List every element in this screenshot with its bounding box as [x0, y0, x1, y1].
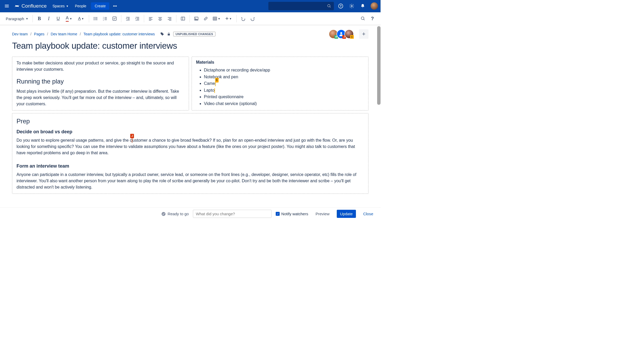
materials-list[interactable]: Dictaphone or recording device/app Noteb… — [196, 67, 364, 107]
collaborator-avatar[interactable]: C — [344, 29, 354, 39]
breadcrumb-sep: / — [47, 32, 48, 36]
ready-label: Ready to go — [167, 212, 189, 216]
paragraph-style-select[interactable]: Paragraph ▼ — [4, 15, 30, 22]
text-color-button[interactable]: A▼ — [63, 14, 75, 23]
list-item[interactable]: Dictaphone or recording device/app — [204, 67, 364, 74]
link-icon — [203, 16, 208, 21]
link-button[interactable] — [201, 14, 210, 23]
separator — [236, 15, 237, 22]
intro-text[interactable]: To make better decisions about your prod… — [17, 60, 185, 73]
list-item[interactable]: Video chat service (optional) — [204, 100, 364, 107]
more-menu-button[interactable]: ••• — [110, 2, 120, 10]
align-left-button[interactable] — [146, 14, 155, 23]
find-button[interactable] — [359, 14, 367, 23]
running-text[interactable]: Most plays involve little (if any) prepa… — [17, 88, 185, 107]
chevron-down-icon: ▼ — [82, 17, 84, 20]
editor-help-button[interactable]: ? — [368, 14, 377, 23]
preview-button[interactable]: Preview — [312, 210, 333, 218]
collab-cursor-tail — [214, 88, 215, 93]
confluence-logo[interactable]: Confluence — [12, 3, 49, 9]
svg-point-13 — [195, 18, 196, 19]
lock-icon — [167, 32, 171, 36]
breadcrumb-link[interactable]: Dev team — [12, 32, 28, 36]
list-item-text: Came — [204, 81, 215, 86]
breadcrumb-link[interactable]: Dev team Home — [51, 32, 77, 36]
underline-icon: U — [57, 16, 60, 21]
more-formatting-button[interactable]: A͎▼ — [75, 14, 87, 23]
create-button[interactable]: Create — [91, 2, 109, 10]
collab-cursor-j: J — [132, 138, 132, 143]
settings-button[interactable] — [348, 2, 356, 10]
separator — [144, 15, 144, 22]
materials-heading[interactable]: Materials — [196, 60, 364, 65]
app-switcher-button[interactable] — [3, 2, 11, 10]
notifications-button[interactable] — [359, 2, 367, 10]
layout-cell-left[interactable]: To make better decisions about your prod… — [12, 57, 189, 111]
update-button[interactable]: Update — [337, 210, 356, 218]
number-list-button[interactable]: 123 — [101, 14, 110, 23]
breadcrumb-current[interactable]: Team playbook update: customer interview… — [83, 32, 155, 36]
svg-rect-14 — [213, 17, 217, 20]
svg-point-5 — [94, 18, 94, 19]
indent-button[interactable] — [133, 14, 142, 23]
labels-button[interactable] — [160, 32, 164, 36]
breadcrumb-link[interactable]: Pages — [34, 32, 45, 36]
editor-content[interactable]: To make better decisions about your prod… — [0, 52, 381, 205]
bullet-list-icon — [93, 16, 98, 21]
nav-people[interactable]: People — [72, 2, 89, 10]
text-color-icon: A — [66, 15, 69, 22]
nav-people-label: People — [75, 4, 86, 8]
table-button[interactable]: ▼ — [211, 14, 222, 23]
profile-avatar[interactable] — [371, 2, 378, 10]
indent-icon — [135, 16, 140, 21]
align-right-icon — [167, 16, 172, 21]
add-collaborator-button[interactable]: + — [359, 29, 368, 39]
notify-label: Notify watchers — [281, 212, 308, 216]
global-search[interactable] — [268, 2, 334, 10]
help-button[interactable]: ? — [337, 2, 345, 10]
align-right-button[interactable] — [165, 14, 174, 23]
image-button[interactable] — [192, 14, 201, 23]
layout-cell-right[interactable]: Materials Dictaphone or recording device… — [192, 57, 368, 111]
check-circle-icon — [161, 212, 166, 216]
align-center-button[interactable] — [156, 14, 165, 23]
close-button[interactable]: Close — [360, 210, 376, 218]
task-list-button[interactable] — [110, 14, 119, 23]
decide-text[interactable]: Do you want to explore general usage pat… — [17, 137, 364, 156]
list-item[interactable]: CameC — [204, 80, 364, 87]
confluence-icon — [14, 3, 20, 9]
heading-running[interactable]: Running the play — [17, 78, 185, 85]
bold-button[interactable]: B — [35, 14, 44, 23]
list-item[interactable]: Lapto — [204, 87, 364, 94]
list-item[interactable]: Printed questionnaire — [204, 93, 364, 100]
layout-row-full: Prep Decide on broad vs deep Do you want… — [12, 113, 368, 194]
separator — [189, 15, 190, 22]
outdent-button[interactable] — [123, 14, 132, 23]
heading-form[interactable]: Form an interview team — [17, 163, 364, 169]
svg-point-0 — [328, 4, 330, 7]
scrollbar-thumb[interactable] — [377, 26, 381, 105]
redo-button[interactable] — [248, 14, 257, 23]
heading-prep[interactable]: Prep — [17, 118, 364, 125]
list-item[interactable]: Notebook and pen — [204, 74, 364, 80]
bullet-list-button[interactable] — [91, 14, 100, 23]
breadcrumb-row: Dev team / Pages / Dev team Home / Team … — [12, 29, 368, 39]
restrictions-button[interactable] — [167, 32, 171, 36]
form-text[interactable]: Anyone can participate in a customer int… — [17, 172, 364, 190]
page-title[interactable]: Team playbook update: customer interview… — [12, 41, 368, 51]
change-comment-input[interactable] — [193, 210, 272, 218]
checkbox-checked-icon: ✓ — [276, 212, 280, 216]
layout-cell-full[interactable]: Prep Decide on broad vs deep Do you want… — [12, 113, 368, 194]
notify-watchers-toggle[interactable]: ✓ Notify watchers — [276, 212, 308, 216]
undo-button[interactable] — [239, 14, 248, 23]
svg-point-17 — [340, 32, 342, 34]
cursor-tag: J — [130, 134, 134, 138]
heading-decide[interactable]: Decide on broad vs deep — [17, 129, 364, 135]
separator — [32, 15, 33, 22]
nav-spaces[interactable]: Spaces ▼ — [50, 2, 71, 10]
underline-button[interactable]: U — [54, 14, 63, 23]
insert-button[interactable]: +▼ — [223, 14, 234, 23]
italic-button[interactable]: I — [44, 14, 53, 23]
layout-button[interactable] — [178, 14, 187, 23]
formatting-icon: A͎ — [78, 16, 81, 21]
